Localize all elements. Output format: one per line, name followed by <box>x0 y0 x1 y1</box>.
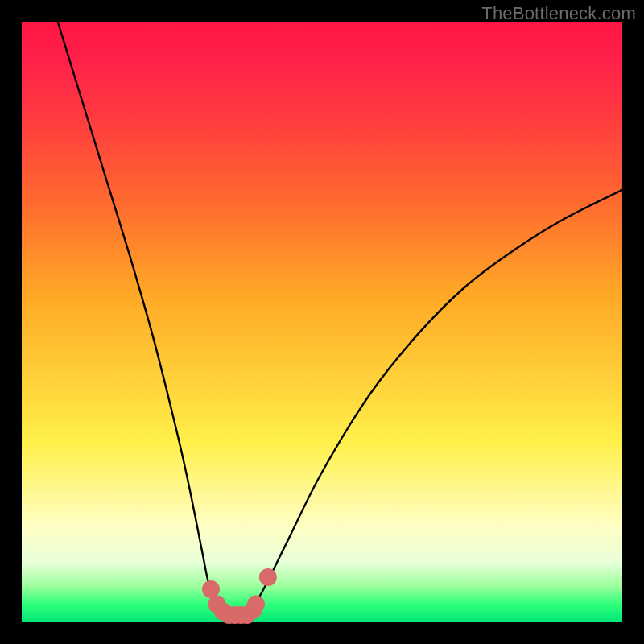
curve-layer <box>22 22 622 622</box>
highlight-dot <box>247 596 265 613</box>
bottleneck-curve <box>58 22 622 617</box>
highlight-dots <box>202 568 277 624</box>
highlight-dot <box>259 568 277 586</box>
plot-area <box>22 22 622 622</box>
chart-frame: TheBottleneck.com <box>0 0 644 644</box>
